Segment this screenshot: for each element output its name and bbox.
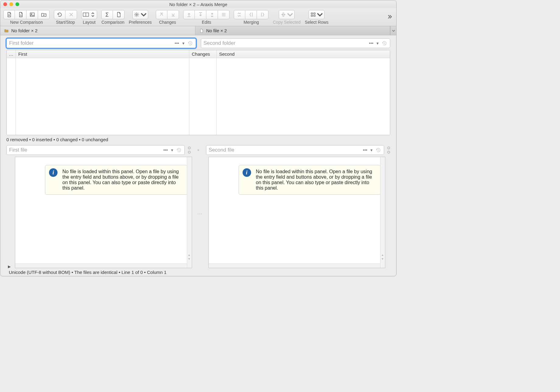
first-folder-dropdown-button[interactable]: ▾ <box>181 41 185 46</box>
toolbar-group-merging: Merging <box>234 10 268 25</box>
first-file-panel[interactable]: i No file is loaded within this panel. O… <box>15 157 192 268</box>
layout-button[interactable] <box>81 10 97 19</box>
column-header-status[interactable]: … <box>7 50 16 58</box>
toolbar-label-preferences: Preferences <box>129 20 152 25</box>
first-file-input[interactable]: First file ••• ▾ <box>6 145 185 155</box>
edit-move-down-button[interactable] <box>195 10 206 19</box>
first-file-info-text: No file is loaded within this panel. Ope… <box>62 169 179 191</box>
second-file-history-button[interactable] <box>375 147 382 153</box>
folder-table-body[interactable] <box>7 58 390 135</box>
edit-list-button[interactable] <box>218 10 229 19</box>
new-image-compare-button[interactable] <box>26 10 38 19</box>
toolbar-group-copy-selected: Copy Selected <box>273 10 300 25</box>
second-folder-dropdown-button[interactable]: ▾ <box>376 41 380 46</box>
folder-status-text: 0 removed • 0 inserted • 0 changed • 0 u… <box>6 135 390 145</box>
new-folder-compare-button[interactable] <box>38 10 50 19</box>
folder-icon <box>4 28 9 33</box>
arrow-up-line-icon <box>186 12 192 18</box>
first-folder-input[interactable]: First folder ••• ▾ <box>6 38 196 48</box>
comparison-report-button[interactable] <box>113 10 124 19</box>
second-file-browse-button[interactable]: ••• <box>362 148 368 152</box>
expand-handle-icon[interactable]: ▶ <box>8 264 11 269</box>
select-rows-icon <box>310 12 316 18</box>
comparison-sigma-button[interactable] <box>101 10 113 19</box>
merge-left-button[interactable] <box>245 10 257 19</box>
tab-folder-compare[interactable]: No folder × 2 <box>0 26 195 35</box>
prev-change-button[interactable] <box>156 10 167 19</box>
second-folder-history-button[interactable] <box>381 40 388 46</box>
first-folder-history-button[interactable] <box>187 40 194 46</box>
svg-point-1 <box>31 14 32 15</box>
content-area: First folder ••• ▾ Second folder ••• ▾ <box>0 35 396 276</box>
select-rows-button[interactable] <box>309 10 324 19</box>
second-panel-nav[interactable]: ▲ ▼ <box>381 253 384 261</box>
toolbar-label-copy-selected: Copy Selected <box>273 20 300 25</box>
first-file-history-button[interactable] <box>175 147 183 153</box>
window-zoom-button[interactable] <box>16 2 19 6</box>
titlebar: No folder × 2 – Araxis Merge <box>0 0 396 8</box>
split-layout-icon <box>83 12 89 18</box>
file-icon <box>199 28 204 33</box>
tab-folder-label: No folder × 2 <box>11 28 37 33</box>
window-close-button[interactable] <box>3 2 7 6</box>
column-header-changes[interactable]: Changes <box>189 50 217 58</box>
toolbar: 01 New Comparison Start/Stop <box>0 8 396 26</box>
stepper-icon <box>90 12 96 18</box>
first-panel-nav[interactable]: ▲ ▼ <box>188 253 191 261</box>
refresh-icon <box>57 12 63 18</box>
edit-delete-button[interactable] <box>206 10 218 19</box>
copy-selected-button[interactable] <box>279 10 295 19</box>
info-icon: i <box>49 168 58 177</box>
window-minimize-button[interactable] <box>9 2 13 6</box>
first-panel-vscroll[interactable] <box>187 157 192 268</box>
chevron-down-icon <box>392 29 395 32</box>
chevron-down-icon <box>317 12 323 18</box>
first-file-browse-button[interactable]: ••• <box>163 148 169 152</box>
chevrons-right-icon <box>387 14 392 19</box>
second-file-placeholder: Second file <box>209 147 234 153</box>
second-folder-input[interactable]: Second folder ••• ▾ <box>201 38 390 48</box>
first-file-markers <box>188 146 191 154</box>
first-folder-placeholder: First folder <box>9 40 33 46</box>
toolbar-label-changes: Changes <box>159 20 176 25</box>
column-header-first[interactable]: First <box>16 50 189 58</box>
toolbar-label-merging: Merging <box>243 20 259 25</box>
first-folder-browse-button[interactable]: ••• <box>174 41 180 46</box>
preferences-button[interactable] <box>132 10 148 19</box>
toolbar-overflow-button[interactable] <box>386 14 393 21</box>
gear-icon <box>134 12 140 18</box>
start-recompare-button[interactable] <box>54 10 65 19</box>
toolbar-group-changes: Changes <box>156 10 179 25</box>
next-change-button[interactable] <box>167 10 179 19</box>
tab-file-compare[interactable]: No file × 2 <box>195 26 390 35</box>
first-panel-hscroll[interactable] <box>15 264 187 268</box>
statusbar: Unicode (UTF-8 without BOM) • The files … <box>6 268 390 276</box>
column-header-second[interactable]: Second <box>217 50 390 58</box>
nav-up-icon: ▲ <box>188 253 191 257</box>
second-panel-hscroll[interactable] <box>209 264 380 268</box>
new-text-compare-button[interactable] <box>3 10 15 19</box>
nav-up-icon: ▲ <box>381 253 384 257</box>
stop-button[interactable] <box>65 10 77 19</box>
second-file-input[interactable]: Second file ••• ▾ <box>206 145 384 155</box>
merge-swap-button[interactable] <box>234 10 245 19</box>
second-file-info-text: No file is loaded within this panel. Ope… <box>256 169 372 191</box>
file-sync-indicator: • <box>194 149 203 151</box>
merge-right-button[interactable] <box>257 10 268 19</box>
second-file-dropdown-button[interactable]: ▾ <box>369 148 373 152</box>
toolbar-label-new-comparison: New Comparison <box>10 20 43 25</box>
first-file-dropdown-button[interactable]: ▾ <box>170 148 174 152</box>
tab-file-label: No file × 2 <box>206 28 227 33</box>
second-panel-vscroll[interactable] <box>380 157 385 268</box>
file-plus-icon <box>6 12 12 18</box>
svg-point-4 <box>136 14 138 16</box>
tab-list-dropdown[interactable] <box>390 26 396 35</box>
prev-change-icon <box>159 12 165 18</box>
new-binary-compare-button[interactable]: 01 <box>15 10 26 19</box>
info-icon: i <box>243 168 251 177</box>
second-file-info-box: i No file is loaded within this panel. O… <box>239 165 381 195</box>
second-file-panel[interactable]: i No file is loaded within this panel. O… <box>208 157 386 268</box>
copy-lr-icon <box>280 12 286 18</box>
edit-move-up-button[interactable] <box>183 10 195 19</box>
second-folder-browse-button[interactable]: ••• <box>368 41 374 46</box>
